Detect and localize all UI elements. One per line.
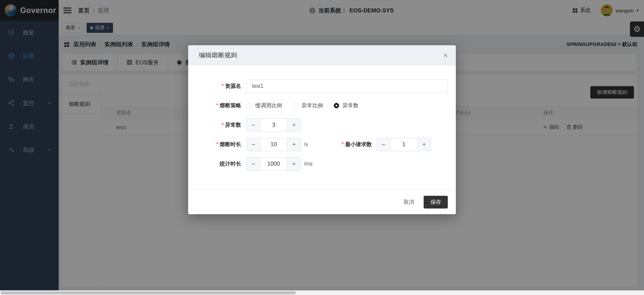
radio-label: 异常比例	[302, 102, 323, 109]
exception-count-label: *异常数	[188, 122, 241, 129]
form-row-durations: *熔断时长 − 10 + /s *最小请求数 − 1 +	[188, 138, 456, 151]
decrement-button[interactable]: −	[377, 138, 390, 151]
increment-button[interactable]: +	[287, 119, 301, 131]
increment-button[interactable]: +	[287, 158, 301, 170]
min-requests-label: *最小请求数	[341, 141, 372, 148]
unit-milliseconds: /ms	[304, 161, 313, 167]
stat-duration-label: 统计时长	[188, 161, 241, 168]
radio-checked-icon	[334, 103, 339, 108]
form-row-stat-duration: 统计时长 − 1000 + /ms	[188, 157, 456, 171]
radio-exception-ratio[interactable]: 异常比例	[293, 102, 323, 109]
radio-label: 异常数	[342, 102, 359, 109]
edit-circuit-rule-dialog: 编辑熔断规则 × *资源名 *熔断策略 慢调用比例 异常比例	[188, 45, 456, 214]
increment-button[interactable]: +	[417, 138, 431, 151]
stat-duration-stepper: − 1000 +	[247, 157, 301, 171]
decrement-button[interactable]: −	[247, 138, 260, 151]
increment-button[interactable]: +	[287, 138, 301, 151]
unit-seconds: /s	[304, 141, 308, 148]
dialog-title: 编辑熔断规则	[199, 51, 237, 60]
exception-count-value[interactable]: 3	[260, 119, 287, 131]
required-asterisk: *	[222, 83, 224, 89]
resource-name-label: *资源名	[188, 83, 241, 90]
decrement-button[interactable]: −	[247, 158, 260, 170]
radio-exception-count[interactable]: 异常数	[334, 102, 359, 109]
resource-name-input[interactable]	[247, 79, 448, 93]
radio-slow-call-ratio[interactable]: 慢调用比例	[247, 102, 282, 109]
min-requests-value[interactable]: 1	[390, 138, 417, 151]
strategy-label: *熔断策略	[188, 102, 241, 109]
form-row-exception-count: *异常数 − 3 +	[188, 118, 456, 132]
save-button[interactable]: 保存	[424, 196, 448, 209]
required-asterisk: *	[216, 141, 218, 147]
close-icon[interactable]: ×	[443, 51, 448, 59]
stat-duration-value[interactable]: 1000	[260, 158, 287, 170]
dialog-header: 编辑熔断规则 ×	[188, 45, 456, 65]
required-asterisk: *	[216, 103, 218, 108]
form-row-strategy: *熔断策略 慢调用比例 异常比例 异常数	[188, 99, 456, 112]
form-row-resource: *资源名	[188, 79, 456, 93]
break-duration-value[interactable]: 10	[260, 138, 287, 151]
break-duration-label: *熔断时长	[188, 141, 241, 148]
dialog-body: *资源名 *熔断策略 慢调用比例 异常比例 异常数 *异	[188, 65, 456, 171]
radio-label: 慢调用比例	[255, 102, 282, 109]
horizontal-scrollbar[interactable]	[0, 290, 644, 295]
required-asterisk: *	[222, 122, 224, 128]
dialog-footer: 取消 保存	[188, 190, 456, 214]
decrement-button[interactable]: −	[247, 119, 260, 131]
break-duration-stepper: − 10 +	[247, 138, 301, 151]
radio-icon	[293, 103, 298, 108]
required-asterisk: *	[341, 141, 343, 147]
app-root: Governor 首页 / 应用 当前系统： EOS-DEMO-SYS	[0, 0, 644, 295]
radio-icon	[247, 103, 252, 108]
scrollbar-thumb[interactable]	[1, 291, 296, 294]
min-requests-stepper: − 1 +	[377, 138, 431, 151]
exception-count-stepper: − 3 +	[247, 118, 301, 132]
cancel-button[interactable]: 取消	[401, 196, 416, 209]
